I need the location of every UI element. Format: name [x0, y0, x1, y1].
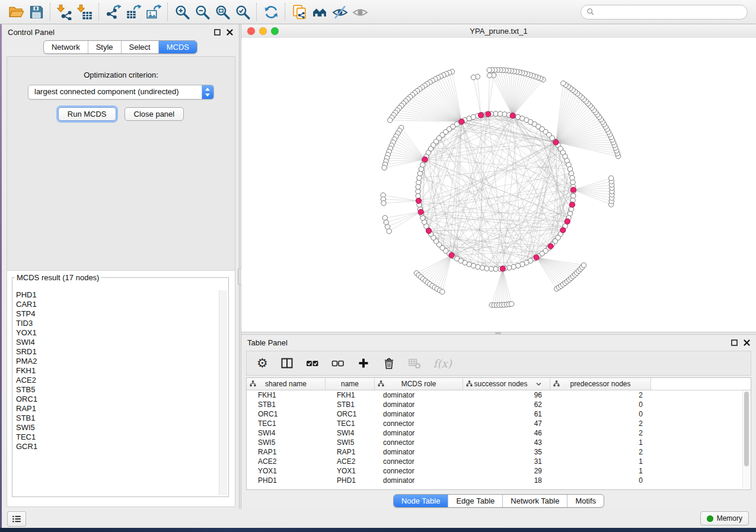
- column-header-predecessor-nodes[interactable]: predecessor nodes: [550, 378, 651, 390]
- cell-predecessor-nodes[interactable]: 0: [550, 476, 651, 485]
- cell-shared-name[interactable]: FKH1: [247, 391, 326, 399]
- add-column-icon[interactable]: [357, 357, 370, 370]
- clone-network-icon[interactable]: [289, 2, 310, 22]
- cell-predecessor-nodes[interactable]: 2: [550, 391, 651, 399]
- mcds-result-item[interactable]: SWI5: [14, 423, 219, 432]
- tab-style[interactable]: Style: [88, 41, 121, 53]
- table-row[interactable]: ORC1ORC1dominator610: [247, 409, 751, 419]
- tab-motifs[interactable]: Motifs: [567, 495, 604, 507]
- mcds-result-item[interactable]: STB5: [14, 385, 219, 395]
- tab-network-table[interactable]: Network Table: [502, 495, 567, 507]
- cell-MCDS-role[interactable]: connector: [375, 438, 463, 447]
- mcds-list-scrollbar[interactable]: [219, 290, 227, 495]
- run-mcds-button[interactable]: Run MCDS: [58, 107, 116, 121]
- cell-name[interactable]: TEC1: [326, 419, 375, 428]
- horizontal-splitter-handle[interactable]: [495, 332, 501, 334]
- column-header-name[interactable]: name: [326, 378, 375, 390]
- mcds-result-item[interactable]: ORC1: [14, 395, 219, 404]
- cell-name[interactable]: RAP1: [326, 448, 375, 456]
- network-canvas[interactable]: [241, 38, 756, 332]
- deselect-all-icon[interactable]: [331, 357, 344, 370]
- table-row[interactable]: SWI4SWI4dominator462: [247, 428, 751, 438]
- cell-MCDS-role[interactable]: dominator: [375, 448, 463, 456]
- cell-predecessor-nodes[interactable]: 0: [550, 400, 651, 409]
- zoom-fit-icon[interactable]: [212, 2, 232, 22]
- mcds-result-list[interactable]: PHD1CAR1STP4TID3YOX1SWI4SRD1PMA2FKH1ACE2…: [14, 290, 219, 495]
- cell-successor-nodes[interactable]: 43: [463, 438, 550, 447]
- export-network-icon[interactable]: [103, 2, 123, 22]
- cell-MCDS-role[interactable]: dominator: [375, 476, 463, 485]
- mcds-result-item[interactable]: RAP1: [14, 404, 219, 414]
- mcds-result-item[interactable]: TEC1: [14, 432, 219, 442]
- cell-shared-name[interactable]: STB1: [247, 400, 326, 409]
- cell-MCDS-role[interactable]: dominator: [375, 400, 463, 409]
- mcds-result-item[interactable]: SRD1: [14, 347, 219, 357]
- cell-shared-name[interactable]: ACE2: [247, 457, 326, 466]
- mcds-result-item[interactable]: TID3: [14, 319, 219, 328]
- cell-shared-name[interactable]: RAP1: [247, 448, 326, 456]
- tab-mcds[interactable]: MCDS: [158, 41, 197, 53]
- close-panel-icon[interactable]: [744, 339, 750, 346]
- cell-MCDS-role[interactable]: connector: [375, 457, 463, 466]
- cell-successor-nodes[interactable]: 96: [463, 391, 550, 399]
- refresh-icon[interactable]: [261, 2, 281, 22]
- cell-predecessor-nodes[interactable]: 1: [550, 438, 651, 447]
- cell-predecessor-nodes[interactable]: 1: [550, 467, 651, 475]
- window-close-button[interactable]: [247, 27, 255, 35]
- mcds-result-item[interactable]: FKH1: [14, 366, 219, 376]
- table-row[interactable]: RAP1RAP1dominator352: [247, 447, 751, 457]
- cell-successor-nodes[interactable]: 35: [463, 448, 550, 456]
- open-file-icon[interactable]: [6, 2, 26, 22]
- cell-MCDS-role[interactable]: connector: [375, 419, 463, 428]
- cell-name[interactable]: SWI4: [326, 429, 375, 437]
- mcds-result-item[interactable]: PMA2: [14, 357, 219, 366]
- float-panel-icon[interactable]: [214, 29, 221, 36]
- cell-predecessor-nodes[interactable]: 1: [550, 457, 651, 466]
- cell-MCDS-role[interactable]: dominator: [375, 429, 463, 437]
- cell-shared-name[interactable]: TEC1: [247, 419, 326, 428]
- cell-MCDS-role[interactable]: dominator: [375, 391, 463, 399]
- cell-successor-nodes[interactable]: 46: [463, 429, 550, 437]
- cell-name[interactable]: PHD1: [326, 476, 375, 485]
- cell-MCDS-role[interactable]: dominator: [375, 410, 463, 418]
- cell-name[interactable]: ACE2: [326, 457, 375, 466]
- first-neighbors-icon[interactable]: [310, 2, 330, 22]
- network-graph[interactable]: [241, 38, 756, 332]
- zoom-in-icon[interactable]: [172, 2, 192, 22]
- cell-name[interactable]: SWI5: [326, 438, 375, 447]
- zoom-selected-icon[interactable]: [232, 2, 253, 22]
- criterion-dropdown[interactable]: largest connected component (undirected): [28, 85, 214, 100]
- cell-name[interactable]: FKH1: [326, 391, 375, 399]
- cell-predecessor-nodes[interactable]: 2: [550, 429, 651, 437]
- hide-selected-icon[interactable]: [330, 2, 350, 22]
- cell-predecessor-nodes[interactable]: 0: [550, 410, 651, 418]
- export-image-icon[interactable]: [143, 2, 164, 22]
- table-row[interactable]: YOX1YOX1connector291: [247, 466, 751, 476]
- column-header-shared-name[interactable]: shared name: [247, 378, 326, 390]
- table-scrollbar-thumb[interactable]: [744, 392, 749, 466]
- mcds-result-item[interactable]: PHD1: [14, 290, 219, 300]
- search-input[interactable]: [595, 7, 747, 17]
- cell-successor-nodes[interactable]: 47: [463, 419, 550, 428]
- split-panel-icon[interactable]: [280, 357, 294, 370]
- table-settings-icon[interactable]: ⚙: [257, 357, 268, 370]
- save-session-icon[interactable]: [26, 2, 46, 22]
- cell-MCDS-role[interactable]: connector: [375, 467, 463, 475]
- table-row[interactable]: ACE2ACE2connector311: [247, 457, 751, 466]
- cell-predecessor-nodes[interactable]: 2: [550, 419, 651, 428]
- cell-successor-nodes[interactable]: 31: [463, 457, 550, 466]
- table-row[interactable]: SWI5SWI5connector431: [247, 438, 751, 447]
- memory-button[interactable]: Memory: [700, 511, 749, 525]
- close-panel-icon[interactable]: [227, 29, 233, 36]
- column-header-MCDS-role[interactable]: MCDS role: [375, 378, 463, 390]
- zoom-out-icon[interactable]: [192, 2, 212, 22]
- cell-name[interactable]: ORC1: [326, 410, 375, 418]
- tab-network[interactable]: Network: [44, 41, 88, 53]
- cell-successor-nodes[interactable]: 61: [463, 410, 550, 418]
- tab-select[interactable]: Select: [121, 41, 158, 53]
- mcds-result-item[interactable]: YOX1: [14, 328, 219, 338]
- table-row[interactable]: STB1STB1dominator620: [247, 400, 751, 409]
- window-maximize-button[interactable]: [271, 27, 279, 35]
- cell-successor-nodes[interactable]: 29: [463, 467, 550, 475]
- cell-predecessor-nodes[interactable]: 2: [550, 448, 651, 456]
